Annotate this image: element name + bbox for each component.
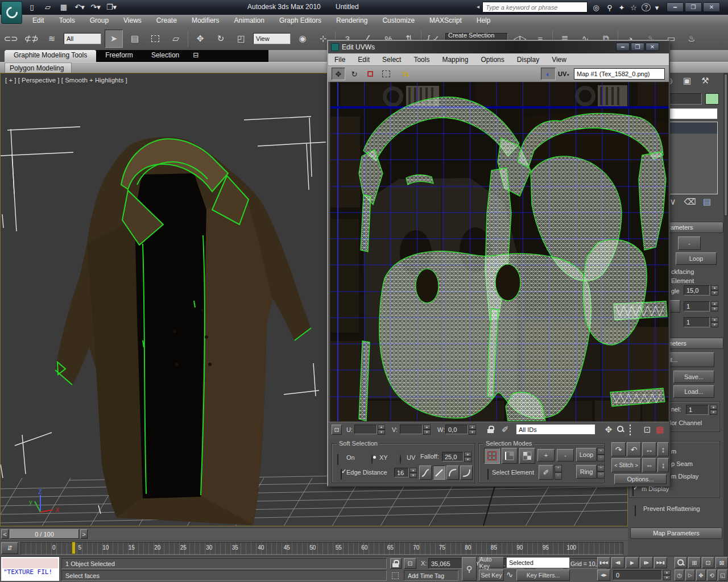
redo-icon[interactable]: ↷▾ bbox=[89, 1, 102, 13]
track-bar[interactable]: ⇵ 05101520253035404550556065707580859095… bbox=[0, 541, 628, 556]
communication-center-icon[interactable]: ✦ bbox=[618, 2, 626, 13]
scale-tool-icon[interactable] bbox=[363, 68, 377, 80]
ring-button[interactable]: Ring bbox=[576, 465, 597, 479]
selection-filter-dropdown[interactable]: All bbox=[64, 33, 101, 44]
dialog-menu-item[interactable]: Edit bbox=[351, 56, 376, 64]
frame-spinner[interactable]: ▲▼ bbox=[663, 570, 671, 580]
close-button[interactable]: ✕ bbox=[703, 2, 720, 12]
select-and-link-icon[interactable]: ⊂⊃ bbox=[2, 30, 19, 47]
ribbon-tab-freeform[interactable]: Freeform bbox=[96, 50, 142, 62]
vertex-mode-icon[interactable] bbox=[484, 448, 500, 464]
project-toggle-icon[interactable]: ❐▾ bbox=[105, 1, 118, 13]
go-to-end-icon[interactable]: ▶▶▮ bbox=[654, 557, 667, 568]
loop-spinner[interactable]: +− bbox=[597, 448, 605, 462]
viewport-label[interactable]: [ + ] [ Perspective ] [ Smooth + Highlig… bbox=[5, 77, 127, 84]
previous-frame-button[interactable]: < bbox=[1, 529, 9, 539]
matid-spinner[interactable]: ▲▼ bbox=[711, 301, 718, 311]
select-and-scale-icon[interactable]: ◰ bbox=[233, 30, 250, 47]
uv-caret-icon[interactable]: ▾ bbox=[567, 73, 569, 77]
dialog-close-button[interactable]: ✕ bbox=[646, 43, 659, 51]
reference-coordinate-dropdown[interactable]: View bbox=[253, 33, 291, 44]
menu-item[interactable]: Create bbox=[149, 16, 184, 24]
zoom-to-gizmo-icon[interactable]: ▦ bbox=[653, 423, 666, 436]
select-and-rotate-icon[interactable]: ↻ bbox=[212, 30, 229, 47]
previous-frame-icon[interactable]: ◀▮ bbox=[611, 557, 624, 568]
panel-scrollbar[interactable] bbox=[723, 73, 728, 556]
matid-field[interactable]: 1 bbox=[684, 301, 710, 311]
v-field[interactable] bbox=[400, 425, 423, 434]
select-and-move-icon[interactable]: ✥ bbox=[192, 30, 209, 47]
falloff-field[interactable]: 25,0 bbox=[442, 452, 464, 462]
listener-text[interactable]: "TEXTURE FIL! bbox=[2, 568, 58, 580]
use-pivot-center-icon[interactable]: ◉ bbox=[294, 30, 311, 47]
save-uvs-button[interactable]: Save... bbox=[673, 371, 714, 383]
u-spinner[interactable]: ▲▼ bbox=[378, 425, 385, 434]
map-selector-dropdown[interactable]: Map #1 (Tex_1582_0.png) bbox=[574, 68, 665, 80]
remove-modifier-icon[interactable]: ⌫ bbox=[685, 197, 695, 207]
dialog-menu-item[interactable]: View bbox=[545, 56, 573, 64]
zoom-all-icon[interactable]: ⊞ bbox=[688, 557, 701, 568]
maximize-viewport-icon[interactable]: ◱ bbox=[718, 569, 727, 581]
auto-key-button[interactable]: Auto Key bbox=[479, 557, 504, 568]
menu-item[interactable]: Customize bbox=[375, 16, 422, 24]
undo-icon[interactable]: ↶▾ bbox=[73, 1, 86, 13]
loop-selection-button[interactable]: Loop bbox=[676, 252, 717, 265]
menu-item[interactable]: Edit bbox=[25, 16, 52, 24]
current-frame-field[interactable]: 0 bbox=[613, 570, 662, 580]
save-file-icon[interactable]: ▦ bbox=[57, 1, 71, 13]
key-mode-dropdown[interactable]: Selected bbox=[506, 557, 570, 568]
window-crossing-icon[interactable]: ▱ bbox=[167, 30, 184, 47]
menu-item[interactable]: Rendering bbox=[329, 16, 375, 24]
subscription-key-icon[interactable]: ⚲ bbox=[606, 2, 614, 13]
zoom-extents-icon[interactable]: ⊡ bbox=[702, 557, 714, 568]
grow-selection-button[interactable]: + bbox=[537, 449, 555, 462]
menu-item[interactable]: MAXScript bbox=[422, 16, 469, 24]
falloff-smooth-curve-icon[interactable] bbox=[419, 465, 432, 480]
dialog-menu-item[interactable]: File bbox=[328, 56, 351, 64]
map-channel-field[interactable]: 1 bbox=[686, 405, 709, 415]
selection-lock-icon[interactable] bbox=[390, 558, 402, 569]
search-input[interactable] bbox=[482, 2, 588, 13]
show-map-toggle-icon[interactable]: ◐ bbox=[541, 68, 556, 80]
mirror-tool-icon[interactable]: ⇆ bbox=[399, 68, 412, 80]
falloff-linear-curve-icon[interactable] bbox=[433, 465, 445, 480]
select-element-checkbox[interactable] bbox=[487, 469, 489, 480]
uv-editor-canvas[interactable] bbox=[330, 82, 669, 422]
stitch-prev-icon[interactable]: < bbox=[614, 463, 617, 468]
rectangular-selection-region-icon[interactable] bbox=[147, 30, 164, 47]
zoom-icon[interactable] bbox=[677, 559, 685, 567]
menu-item[interactable]: Animation bbox=[227, 16, 272, 24]
menu-item[interactable]: Graph Editors bbox=[272, 16, 329, 24]
dialog-title-bar[interactable]: Edit UVWs ━ ❐ ✕ bbox=[328, 41, 669, 53]
search-collapse-icon[interactable]: ◂ bbox=[477, 3, 479, 10]
render-production-icon[interactable]: ♨ bbox=[683, 30, 700, 47]
map-channel-spinner[interactable]: ▲▼ bbox=[710, 405, 717, 415]
search-icon[interactable]: ◎ bbox=[590, 2, 602, 13]
falloff-slow-curve-icon[interactable] bbox=[460, 465, 473, 480]
v-spinner[interactable]: ▲▼ bbox=[423, 425, 431, 434]
freeform-mode-icon[interactable] bbox=[379, 68, 393, 80]
options-button[interactable]: Options... bbox=[614, 474, 667, 484]
smoothing-group-field[interactable]: 1 bbox=[684, 317, 710, 327]
select-by-name-icon[interactable]: ▤ bbox=[126, 30, 143, 47]
display-tab-icon[interactable]: ▣ bbox=[679, 74, 695, 88]
stitch-next-icon[interactable]: > bbox=[635, 463, 638, 468]
bind-to-spacewarp-icon[interactable]: ≋ bbox=[43, 30, 60, 47]
play-icon[interactable]: ▶ bbox=[626, 557, 639, 568]
loop-button[interactable]: Loop bbox=[576, 448, 597, 462]
soft-selection-on-checkbox[interactable] bbox=[337, 454, 338, 465]
restore-button[interactable]: ❐ bbox=[685, 2, 702, 12]
next-frame-button[interactable]: > bbox=[80, 529, 88, 539]
dialog-menu-item[interactable]: Tools bbox=[407, 56, 436, 64]
app-menu-button[interactable] bbox=[1, 1, 22, 24]
edge-distance-field[interactable]: 16 bbox=[394, 468, 409, 477]
time-tag-field[interactable]: Add Time Tag bbox=[404, 570, 458, 581]
go-to-start-icon[interactable]: ▮◀◀ bbox=[597, 557, 610, 568]
align-vertical-icon[interactable]: ↕ bbox=[657, 442, 669, 456]
paint-select-brush-icon[interactable]: ✐ bbox=[539, 465, 553, 480]
time-slider-thumb[interactable]: 0 / 100 bbox=[10, 529, 79, 539]
time-configuration-icon[interactable]: ◷ bbox=[675, 569, 684, 581]
edge-distance-spinner[interactable]: ▲▼ bbox=[410, 468, 417, 477]
ribbon-minimize-icon[interactable]: ⊟ bbox=[188, 50, 203, 62]
minimize-button[interactable]: ━ bbox=[667, 2, 684, 12]
